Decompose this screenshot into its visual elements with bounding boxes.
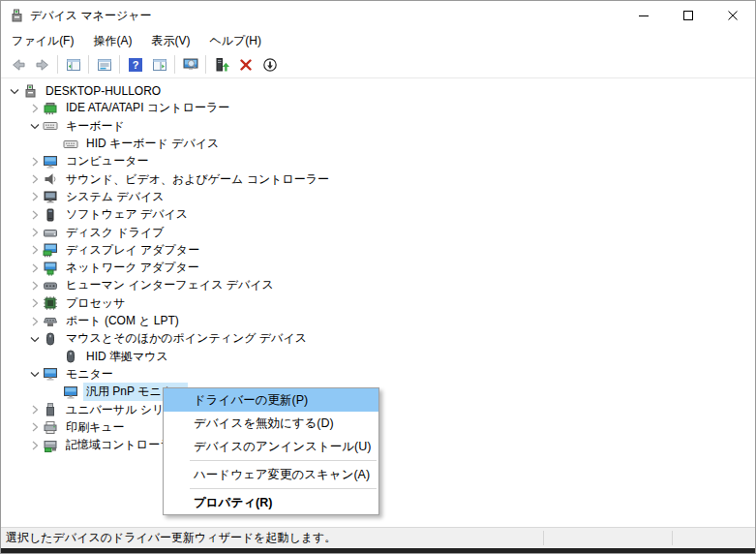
chevron-collapsed-icon[interactable] (27, 419, 43, 435)
chevron-collapsed-icon[interactable] (27, 314, 43, 329)
statusbar-separator (672, 531, 673, 545)
context-disable-device[interactable]: デバイスを無効にする(D) (164, 412, 378, 435)
menubar-item-file[interactable]: ファイル(F) (2, 30, 83, 52)
tree-item[interactable]: HID 準拠マウス (1, 348, 755, 365)
scan-hardware-icon (183, 57, 198, 73)
properties-button[interactable] (92, 53, 116, 76)
tree-item[interactable]: ヒューマン インターフェイス デバイス (1, 277, 755, 294)
forward-button[interactable] (30, 53, 54, 76)
printer-icon (43, 419, 58, 435)
software-icon (43, 207, 58, 223)
context-update-driver[interactable]: ドライバーの更新(P) (164, 388, 378, 412)
chevron-collapsed-icon[interactable] (27, 278, 43, 293)
tree-item-label: システム デバイス (63, 188, 167, 206)
tree-item[interactable]: ポート (COM と LPT) (1, 312, 755, 329)
menubar-item-action[interactable]: 操作(A) (83, 30, 141, 52)
show-console-tree-button[interactable] (61, 53, 85, 76)
tree-item[interactable]: システム デバイス (1, 188, 755, 205)
context-uninstall-device[interactable]: デバイスのアンインストール(U) (164, 435, 378, 458)
toolbar-separator (205, 55, 206, 74)
chevron-expanded-icon[interactable] (27, 331, 43, 347)
tree-item[interactable]: IDE ATA/ATAPI コントローラー (1, 100, 755, 117)
chevron-expanded-icon[interactable] (27, 118, 43, 134)
tree-item[interactable]: マウスとそのほかのポインティング デバイス (1, 330, 755, 348)
update-driver-button[interactable] (209, 53, 233, 76)
chevron-collapsed-icon[interactable] (27, 438, 43, 453)
tree-item-label: プロセッサ (63, 294, 128, 313)
close-button[interactable] (711, 1, 755, 30)
tree-item[interactable]: ディスク ドライブ (1, 224, 755, 241)
tree-item[interactable]: ネットワーク アダプター (1, 259, 755, 276)
disable-device-button[interactable] (257, 53, 282, 76)
update-driver-icon (214, 57, 229, 73)
toolbar-separator (119, 55, 120, 74)
tree-item-label: コンピューター (63, 152, 151, 170)
storage-icon (43, 438, 58, 453)
device-manager-window: デバイス マネージャー ファイル(F)操作(A)表示(V)ヘルプ(H) ? DE… (0, 0, 756, 554)
chevron-collapsed-icon[interactable] (27, 225, 43, 240)
bottom-edge-strip (1, 548, 755, 553)
chevron-collapsed-icon[interactable] (27, 171, 43, 187)
tree-item-label: ヒューマン インターフェイス デバイス (63, 276, 277, 294)
chevron-collapsed-icon[interactable] (27, 207, 43, 223)
tree-item[interactable]: サウンド、ビデオ、およびゲーム コントローラー (1, 170, 755, 188)
status-text: 選択したデバイスのドライバー更新ウィザードを起動します。 (6, 530, 336, 546)
tree-item-label: モニター (63, 365, 116, 384)
uninstall-device-button[interactable] (233, 53, 257, 76)
chevron-collapsed-icon[interactable] (27, 189, 43, 204)
tree-item[interactable]: モニター (1, 365, 755, 383)
toolbar-separator (174, 55, 175, 74)
tree-item-label: ディスク ドライブ (63, 224, 167, 242)
network-adapter-icon (43, 261, 58, 276)
tree-item-label: ディスプレイ アダプター (63, 241, 202, 260)
maximize-button[interactable] (666, 1, 711, 30)
context-scan-hardware-changes[interactable]: ハードウェア変更のスキャン(A) (164, 463, 378, 486)
chevron-collapsed-icon[interactable] (27, 295, 43, 311)
help-button[interactable]: ? (123, 53, 147, 76)
help-icon: ? (128, 57, 143, 73)
uninstall-icon (238, 57, 254, 73)
tree-item[interactable]: キーボード (1, 117, 755, 135)
chevron-collapsed-icon[interactable] (27, 402, 43, 417)
system-icon (43, 189, 58, 204)
properties-icon (97, 57, 112, 73)
chevron-expanded-icon[interactable] (27, 366, 43, 382)
minimize-button[interactable] (621, 1, 666, 30)
port-icon (43, 314, 58, 329)
context-properties[interactable]: プロパティ(R) (164, 491, 378, 514)
menubar-item-view[interactable]: 表示(V) (141, 30, 199, 52)
tree-item[interactable]: DESKTOP-HULLORO (1, 82, 755, 100)
chevron-expanded-icon[interactable] (7, 83, 22, 99)
display-adapter-icon (43, 242, 58, 258)
mouse-icon (63, 349, 78, 364)
chevron-collapsed-icon[interactable] (27, 101, 43, 116)
close-icon (728, 11, 738, 20)
processor-icon (43, 295, 58, 311)
chevron-spacer (47, 385, 63, 400)
chevron-collapsed-icon[interactable] (27, 154, 43, 169)
window-controls (621, 1, 755, 30)
tree-item-label: DESKTOP-HULLORO (43, 83, 164, 99)
back-button[interactable] (6, 53, 30, 76)
scan-hardware-changes-button[interactable] (178, 53, 202, 76)
action-pane-button[interactable] (147, 53, 171, 76)
tree-item[interactable]: ディスプレイ アダプター (1, 241, 755, 259)
tree-item-label: 印刷キュー (63, 418, 128, 437)
tree-item[interactable]: コンピューター (1, 153, 755, 170)
tree-item-label: ポート (COM と LPT) (63, 312, 182, 330)
action-pane-icon (152, 57, 167, 73)
tree-item[interactable]: ソフトウェア デバイス (1, 206, 755, 224)
hid-icon (43, 278, 58, 293)
chevron-collapsed-icon[interactable] (27, 242, 43, 258)
maximize-icon (683, 11, 693, 20)
context-menu-separator (190, 460, 377, 461)
toolbar-separator (57, 55, 58, 74)
menubar-item-help[interactable]: ヘルプ(H) (199, 30, 271, 52)
tree-item[interactable]: プロセッサ (1, 294, 755, 312)
tree-item-label: IDE ATA/ATAPI コントローラー (63, 99, 232, 117)
disk-icon (43, 225, 58, 240)
speaker-icon (43, 171, 58, 187)
toolbar-separator (88, 55, 89, 74)
chevron-collapsed-icon[interactable] (27, 261, 43, 276)
tree-item[interactable]: HID キーボード デバイス (1, 135, 755, 152)
